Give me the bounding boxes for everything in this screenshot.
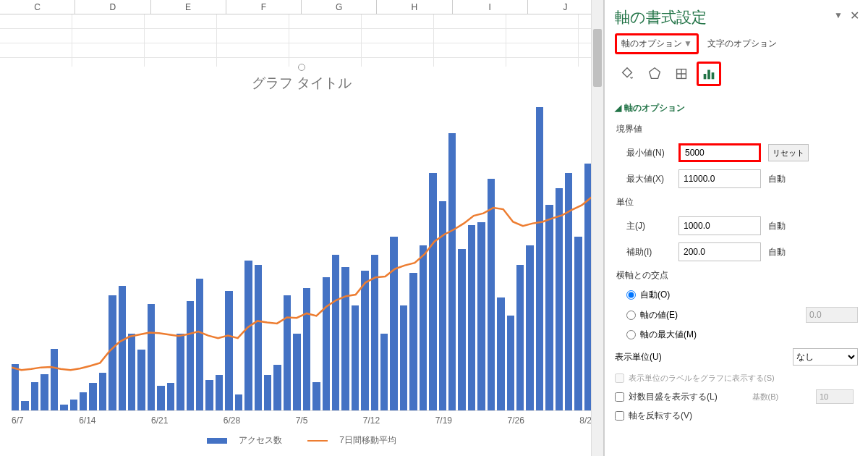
col-D[interactable]: D: [75, 0, 150, 14]
cross-label: 横軸との交点: [615, 265, 858, 286]
reset-button[interactable]: リセット: [768, 144, 809, 161]
col-I[interactable]: I: [453, 0, 528, 14]
chart-plot-area[interactable]: [12, 107, 592, 411]
display-unit-select[interactable]: なし: [793, 348, 858, 366]
cross-value-input[interactable]: [806, 307, 858, 323]
x-tick: 6/28: [224, 415, 240, 426]
svg-rect-3: [707, 70, 710, 80]
x-tick: 6/14: [79, 415, 95, 426]
legend-line-swatch: [307, 440, 328, 442]
bounds-label: 境界値: [615, 119, 858, 140]
major-auto: 自動: [761, 220, 801, 232]
log-base-input: [816, 389, 854, 404]
axis-options-icon[interactable]: [697, 62, 721, 86]
close-icon[interactable]: ✕: [850, 9, 859, 22]
major-label: 主(J): [615, 220, 678, 232]
major-input[interactable]: [678, 216, 761, 235]
legend-line-label: 7日間移動平均: [339, 435, 396, 445]
cross-value-radio[interactable]: [626, 311, 636, 320]
max-auto: 自動: [761, 173, 801, 185]
x-tick: 7/12: [363, 415, 380, 426]
minor-auto: 自動: [761, 246, 801, 258]
pane-title: 軸の書式設定: [615, 7, 858, 28]
max-label: 最大値(X): [615, 173, 678, 185]
format-axis-pane: 軸の書式設定 ▼ ✕ 軸のオプション▼ 文字のオプション ◢軸のオプション 境界…: [604, 0, 868, 456]
spreadsheet-grid[interactable]: [0, 14, 603, 67]
x-tick: 7/26: [507, 415, 524, 426]
chart-handle-icon[interactable]: [298, 64, 305, 71]
text-options-tab[interactable]: 文字のオプション: [707, 38, 777, 50]
effects-icon[interactable]: [642, 62, 667, 86]
svg-rect-2: [704, 74, 707, 79]
units-label: 単位: [615, 192, 858, 213]
min-label: 最小値(N): [615, 147, 678, 159]
size-icon[interactable]: [669, 62, 694, 86]
pane-menu-icon[interactable]: ▼: [834, 10, 843, 20]
reverse-axis-checkbox[interactable]: [615, 411, 624, 421]
chart-title[interactable]: グラフ タイトル: [12, 74, 592, 93]
x-tick: 7/5: [296, 415, 308, 426]
svg-marker-0: [649, 68, 660, 79]
cross-auto-radio[interactable]: [626, 290, 636, 300]
vertical-scrollbar[interactable]: [591, 0, 603, 456]
log-scale-checkbox[interactable]: [615, 392, 624, 402]
axis-options-tab[interactable]: 軸のオプション▼: [615, 33, 699, 54]
col-C[interactable]: C: [0, 0, 75, 14]
chart-x-axis[interactable]: 6/76/146/216/287/57/127/197/268/2: [12, 411, 592, 430]
display-unit-label: 表示単位(U): [615, 351, 793, 363]
show-unit-label-checkbox: [615, 373, 624, 383]
x-tick: 6/21: [151, 415, 168, 426]
col-G[interactable]: G: [302, 0, 377, 14]
x-tick: 8/2: [579, 415, 592, 426]
x-tick: 6/7: [12, 415, 24, 426]
min-input[interactable]: [678, 143, 761, 162]
max-input[interactable]: [678, 169, 761, 188]
minor-label: 補助(I): [615, 246, 678, 258]
chart-legend[interactable]: アクセス数 7日間移動平均: [12, 430, 592, 451]
column-headers: C D E F G H I J: [0, 0, 603, 14]
axis-options-section[interactable]: ◢軸のオプション: [615, 98, 858, 119]
fill-icon[interactable]: [615, 62, 639, 86]
x-tick: 7/19: [435, 415, 452, 426]
embedded-chart[interactable]: グラフ タイトル 6/76/146/216/287/57/127/197/268…: [0, 67, 603, 456]
legend-bar-label: アクセス数: [239, 435, 282, 445]
col-F[interactable]: F: [226, 0, 302, 14]
cross-max-radio[interactable]: [626, 330, 636, 339]
svg-rect-4: [712, 72, 715, 79]
col-E[interactable]: E: [151, 0, 226, 14]
legend-bar-swatch: [207, 438, 227, 444]
minor-input[interactable]: [678, 242, 761, 261]
col-H[interactable]: H: [377, 0, 452, 14]
